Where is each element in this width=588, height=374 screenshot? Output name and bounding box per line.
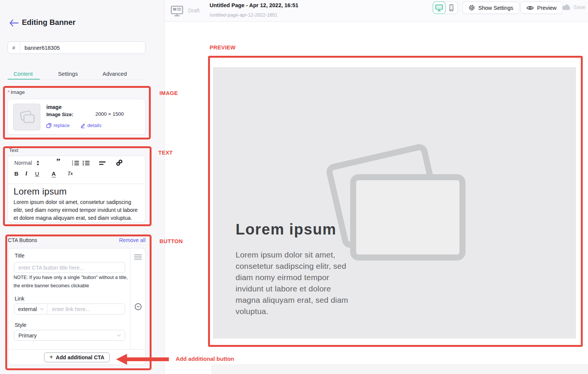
align-button[interactable] bbox=[99, 161, 106, 165]
format-select[interactable]: Normal bbox=[14, 160, 40, 166]
cta-link-control: external bbox=[14, 303, 125, 314]
next-page-section bbox=[211, 364, 588, 374]
image-size-value: 2000 × 1500 bbox=[95, 111, 124, 117]
tab-content[interactable]: Content bbox=[14, 71, 33, 77]
back-button[interactable] bbox=[9, 19, 19, 27]
panel-title: Editing Banner bbox=[22, 18, 75, 27]
align-icon bbox=[99, 161, 106, 165]
drag-handle[interactable] bbox=[134, 254, 142, 262]
cta-footer: + Add additional CTA bbox=[9, 349, 145, 365]
cta-link-label: Link bbox=[15, 296, 24, 302]
ordered-list-icon: 123 bbox=[72, 160, 79, 166]
image-name: image bbox=[46, 104, 61, 110]
cta-item-card: Title NOTE: If you have only a single "b… bbox=[8, 248, 145, 365]
page-title: Untitled Page - Apr 12, 2022, 16:51 bbox=[210, 2, 299, 8]
cloud-icon bbox=[562, 4, 571, 10]
ordered-list-button[interactable]: 123 bbox=[72, 160, 79, 166]
arrow-left-icon bbox=[9, 19, 19, 27]
tab-settings[interactable]: Settings bbox=[58, 71, 78, 77]
clear-format-button[interactable]: Tx bbox=[67, 170, 73, 177]
image-size-label: Image Size: bbox=[46, 112, 74, 117]
chevron-down-icon bbox=[117, 334, 121, 337]
status-badge: Draft bbox=[188, 8, 199, 14]
save-button[interactable]: Save bbox=[562, 4, 586, 10]
gear-icon bbox=[469, 5, 475, 11]
replace-icon bbox=[46, 123, 52, 128]
mobile-icon bbox=[449, 4, 454, 12]
insert-link-button[interactable] bbox=[116, 159, 122, 166]
underline-button[interactable]: U bbox=[35, 170, 39, 177]
mobile-view-toggle[interactable] bbox=[445, 2, 458, 14]
image-card: image Image Size: 2000 × 1500 replace bbox=[8, 99, 145, 135]
banner-photo-placeholder-icon bbox=[324, 140, 469, 262]
remove-cta-button[interactable] bbox=[135, 303, 142, 312]
italic-button[interactable]: I bbox=[25, 170, 28, 177]
rich-text-editor: Normal ” 123 bbox=[8, 156, 145, 222]
image-field-label: *Image bbox=[8, 89, 25, 95]
banner-id-input[interactable] bbox=[20, 42, 145, 54]
preview-button[interactable]: Preview bbox=[521, 2, 563, 14]
edit-pencil-icon bbox=[80, 123, 86, 128]
sort-arrows-icon bbox=[36, 161, 40, 166]
banner-heading: Lorem ipsum bbox=[236, 221, 337, 238]
bullet-list-button[interactable] bbox=[83, 160, 90, 166]
banner-preview[interactable]: Lorem ipsum Lorem ipsum dolor sit amet, … bbox=[213, 67, 576, 339]
desktop-icon bbox=[435, 4, 443, 12]
editor-content-area[interactable]: Lorem ipsum Lorem ipsum dolor sit amet, … bbox=[14, 186, 140, 222]
cta-buttons-label: CTA Buttons bbox=[8, 237, 37, 243]
image-thumbnail[interactable] bbox=[13, 104, 40, 130]
editor-toolbar: Normal ” 123 bbox=[8, 156, 145, 184]
minus-circle-icon bbox=[135, 303, 142, 310]
editor-paragraph: Lorem ipsum dolor sit amet, consetetur s… bbox=[14, 198, 140, 222]
show-settings-button[interactable]: Show Settings bbox=[462, 2, 519, 14]
bullet-list-icon bbox=[83, 160, 90, 166]
remove-all-link[interactable]: Remove all bbox=[119, 237, 145, 243]
photo-placeholder-icon bbox=[18, 110, 35, 124]
cta-style-select[interactable]: Primary bbox=[14, 330, 125, 341]
image-details-link[interactable]: details bbox=[80, 123, 102, 128]
page-type-monitor-icon bbox=[171, 6, 183, 18]
cta-link-input[interactable] bbox=[47, 304, 125, 314]
banner-body-text: Lorem ipsum dolor sit amet, consetetur s… bbox=[236, 249, 349, 317]
device-toggle bbox=[433, 2, 458, 14]
page-canvas: Lorem ipsum Lorem ipsum dolor sit amet, … bbox=[165, 22, 588, 374]
cta-item-rail bbox=[130, 248, 145, 349]
editing-banner-panel: Editing Banner # Content Settings Advanc… bbox=[0, 0, 165, 374]
plus-icon: + bbox=[49, 353, 53, 361]
banner-id-field: # bbox=[8, 41, 145, 54]
page-slug: /untitled-page-apr-12-2022-1651 bbox=[210, 12, 277, 18]
drag-handle-icon bbox=[134, 254, 142, 260]
topbar: Draft Untitled Page - Apr 12, 2022, 16:5… bbox=[165, 0, 588, 22]
cta-style-label: Style bbox=[15, 322, 26, 328]
blockquote-button[interactable]: ” bbox=[56, 156, 60, 166]
add-additional-cta-button[interactable]: + Add additional CTA bbox=[44, 353, 110, 362]
cta-title-input[interactable] bbox=[14, 262, 125, 273]
text-field-label: Text bbox=[9, 147, 18, 153]
tabs-divider bbox=[8, 80, 145, 80]
tab-advanced[interactable]: Advanced bbox=[103, 71, 127, 77]
required-asterisk: * bbox=[8, 89, 9, 95]
chevron-down-icon bbox=[40, 308, 44, 310]
app-root: Editing Banner # Content Settings Advanc… bbox=[0, 0, 588, 374]
replace-image-link[interactable]: replace bbox=[46, 123, 70, 128]
hash-prefix: # bbox=[8, 42, 20, 54]
desktop-view-toggle[interactable] bbox=[433, 2, 446, 14]
eye-icon bbox=[527, 5, 534, 11]
cta-note: NOTE: If you have only a single "button"… bbox=[14, 274, 129, 290]
svg-text:3: 3 bbox=[72, 164, 73, 166]
bold-button[interactable]: B bbox=[14, 170, 18, 177]
text-color-button[interactable]: A bbox=[52, 170, 56, 178]
link-icon bbox=[116, 159, 122, 166]
link-type-select[interactable]: external bbox=[14, 304, 47, 314]
cta-title-label: Title bbox=[15, 253, 24, 259]
editor-heading: Lorem ipsum bbox=[14, 186, 140, 197]
